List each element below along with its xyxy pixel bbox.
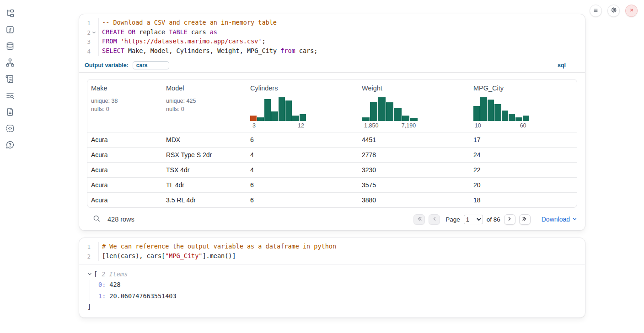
histogram-bar[interactable] (509, 114, 515, 121)
tree-entries: 0:4281:20.060747663551403 (90, 280, 577, 301)
histogram-bar[interactable] (250, 116, 257, 121)
histogram-bar[interactable] (271, 111, 278, 121)
histogram-bar[interactable] (292, 116, 299, 121)
table-cell: Acura (87, 181, 162, 189)
notebook: 1-- Download a CSV and create an in-memo… (79, 14, 585, 325)
collapse-chevron-icon[interactable] (87, 272, 92, 276)
histogram-bar[interactable] (488, 100, 494, 121)
page-select[interactable]: 1 (464, 215, 483, 224)
table-header-row: Makeunique: 38nulls: 0Modelunique: 425nu… (87, 79, 577, 132)
tree-entry: 0:428 (98, 281, 577, 288)
table-row[interactable]: AcuraRSX Type S 2dr4277824 (87, 147, 577, 162)
table-cell: MDX (162, 136, 247, 143)
column-header[interactable]: Makeunique: 38nulls: 0 (87, 79, 162, 132)
table-row[interactable]: AcuraMDX6445117 (87, 132, 577, 147)
sql-code-editor[interactable]: 1-- Download a CSV and create an in-memo… (79, 14, 585, 59)
code-line: 1-- Download a CSV and create an in-memo… (79, 18, 585, 28)
first-page-button[interactable] (413, 214, 425, 225)
fold-chevron-icon[interactable] (91, 28, 97, 37)
close-icon (628, 7, 635, 15)
sidebar-item-logs[interactable] (5, 91, 15, 100)
table-footer: 428 rows Page 1 of 86 Download (79, 210, 585, 230)
histogram-bar[interactable] (279, 97, 285, 121)
sidebar-item-documentation[interactable] (5, 108, 15, 117)
column-header[interactable]: Cylinders312 (247, 79, 358, 132)
histogram-bar[interactable] (480, 97, 487, 121)
table-cell: 2778 (358, 151, 470, 159)
shutdown-button[interactable] (625, 5, 638, 17)
chevron-down-icon (572, 216, 577, 223)
column-stat: unique: 38 (91, 97, 159, 105)
sidebar-item-dependencies[interactable] (5, 58, 15, 68)
table-row[interactable]: AcuraTL 4dr6357520 (87, 177, 577, 192)
download-button[interactable]: Download (542, 216, 577, 223)
search-list-icon (5, 91, 15, 101)
prev-page-button[interactable] (429, 214, 440, 225)
document-icon (5, 107, 15, 118)
chevron-right-icon (507, 216, 512, 223)
line-number: 1 (79, 18, 91, 28)
gear-icon (610, 6, 617, 15)
column-header[interactable]: Weight1,8507,190 (358, 79, 470, 132)
code-line: 2CREATE OR replace TABLE cars as (79, 28, 585, 37)
sidebar-item-file-tree[interactable] (5, 9, 15, 18)
axis-label: 10 (475, 122, 481, 129)
axis-label: 3 (252, 122, 256, 129)
table-cell: 18 (470, 196, 577, 204)
histogram-bar[interactable] (285, 100, 292, 121)
settings-button[interactable] (607, 5, 620, 17)
column-header[interactable]: MPG_City1060 (470, 79, 577, 132)
histogram-bar[interactable] (473, 106, 480, 121)
table-cell: Acura (87, 151, 162, 159)
column-name: MPG_City (473, 85, 573, 92)
column-stat: nulls: 0 (91, 106, 159, 113)
tree-key: 1: (98, 292, 106, 300)
help-icon (5, 140, 15, 151)
column-histogram[interactable]: 312 (250, 97, 306, 129)
histogram-bar[interactable] (515, 117, 522, 121)
sidebar-item-help[interactable] (5, 141, 15, 150)
column-histogram[interactable]: 1,8507,190 (362, 97, 418, 129)
histogram-bar[interactable] (257, 117, 263, 121)
table-row[interactable]: Acura3.5 RL 4dr6388018 (87, 192, 577, 207)
python-code-editor[interactable]: 1# We can reference the output variable … (79, 238, 585, 264)
histogram-bar[interactable] (264, 99, 271, 121)
sidebar-item-snippets[interactable] (5, 124, 15, 133)
output-variable-bar: Output variable: sql (79, 59, 585, 73)
histogram-bar[interactable] (523, 116, 529, 121)
scroll-icon (5, 74, 15, 85)
column-name: Weight (362, 85, 466, 92)
histogram-bar[interactable] (378, 97, 386, 121)
table-cell: RSX Type S 2dr (162, 151, 247, 159)
menu-button[interactable] (590, 5, 602, 17)
column-histogram[interactable]: 1060 (473, 97, 529, 129)
last-page-button[interactable] (519, 214, 531, 225)
sidebar-item-scratchpad[interactable] (5, 75, 15, 84)
page-label: Page (445, 216, 460, 223)
table-cell: TL 4dr (162, 181, 247, 189)
table-cell: 22 (470, 166, 577, 174)
histogram-bar[interactable] (362, 117, 370, 121)
sidebar-item-variables[interactable] (5, 26, 15, 35)
output-variable-input[interactable] (133, 61, 169, 69)
histogram-bar[interactable] (386, 102, 394, 121)
column-name: Model (166, 85, 243, 92)
table-cell: 4451 (358, 136, 470, 143)
sql-cell: 1-- Download a CSV and create an in-memo… (79, 14, 585, 231)
histogram-bar[interactable] (494, 104, 501, 121)
histogram-bar[interactable] (502, 111, 508, 121)
histogram-bar[interactable] (394, 108, 402, 121)
axis-label: 7,190 (402, 122, 416, 129)
histogram-bar[interactable] (300, 114, 306, 121)
histogram-bar[interactable] (370, 102, 378, 121)
next-page-button[interactable] (504, 214, 515, 225)
histogram-bar[interactable] (402, 116, 410, 121)
histogram-bar[interactable] (410, 118, 418, 121)
chevrons-right-icon (522, 216, 527, 223)
sidebar-item-data-sources[interactable] (5, 42, 15, 51)
table-row[interactable]: AcuraTSX 4dr4323022 (87, 162, 577, 177)
table-cell: 20 (470, 181, 577, 189)
search-icon[interactable] (93, 215, 101, 224)
line-number: 4 (79, 47, 91, 56)
column-header[interactable]: Modelunique: 425nulls: 0 (162, 79, 247, 132)
